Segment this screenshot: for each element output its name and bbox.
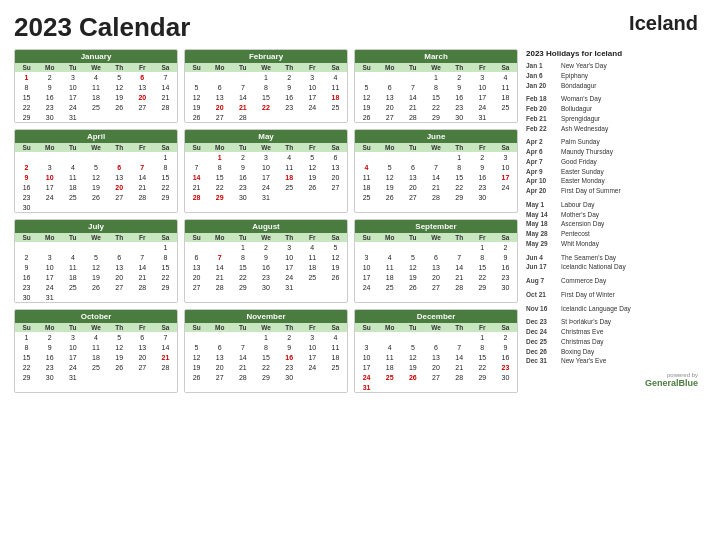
day-headers-june: SuMoTuWeThFrSa — [355, 143, 517, 152]
holiday-entry: Jun 17Icelandic National Day — [526, 262, 698, 272]
day: 28 — [154, 102, 177, 112]
day: 8 — [15, 82, 38, 92]
day: 12 — [108, 82, 131, 92]
month-may: May SuMoTuWeThFrSa -123456 78910111213 1… — [184, 129, 348, 213]
holiday-name: Epiphany — [561, 71, 588, 81]
month-header-july: July — [15, 220, 177, 233]
holidays-list: Jan 1New Year's DayJan 6EpiphanyJan 20Bó… — [526, 61, 698, 366]
holiday-date: Dec 25 — [526, 337, 558, 347]
holiday-entry: Apr 20First Day of Summer — [526, 186, 698, 196]
holiday-entry: Dec 23St Þorlákur's Day — [526, 317, 698, 327]
day: 9 — [38, 82, 61, 92]
day: 1 — [15, 72, 38, 82]
dh-mo: Mo — [38, 63, 61, 72]
month-header-april: April — [15, 130, 177, 143]
holiday-date: Jun 17 — [526, 262, 558, 272]
month-july: July SuMoTuWeThFrSa ------1 2345678 9101… — [14, 219, 178, 303]
holiday-date: Apr 10 — [526, 176, 558, 186]
month-header-march: March — [355, 50, 517, 63]
page-title: 2023 Calendar — [14, 12, 190, 43]
day-headers-july: SuMoTuWeThFrSa — [15, 233, 177, 242]
holiday-entry: Oct 21First Day of Winter — [526, 290, 698, 300]
day: 10 — [61, 82, 84, 92]
holiday-date: Jan 6 — [526, 71, 558, 81]
holiday-name: Pentecost — [561, 229, 590, 239]
days-grid-december: -----12 3456789 10111213141516 171819202… — [355, 332, 517, 392]
day: 27 — [131, 102, 154, 112]
holiday-name: Bolludagur — [561, 104, 592, 114]
day: 25 — [84, 102, 107, 112]
month-october: October SuMoTuWeThFrSa 1234567 891011121… — [14, 309, 178, 393]
day: 5 — [108, 72, 131, 82]
day: - — [131, 112, 154, 122]
calendars-grid: January SuMoTuWeThFrSa 1234567 891011121… — [14, 49, 518, 393]
holiday-name: Icelandic National Day — [561, 262, 626, 272]
holiday-entry: Feb 18Woman's Day — [526, 94, 698, 104]
day: 14 — [154, 82, 177, 92]
holiday-entry: Apr 2Palm Sunday — [526, 137, 698, 147]
day: 23 — [38, 102, 61, 112]
holiday-date: Aug 7 — [526, 276, 558, 286]
holiday-date: Feb 18 — [526, 94, 558, 104]
day-headers-april: SuMoTuWeThFrSa — [15, 143, 177, 152]
holiday-date: Apr 20 — [526, 186, 558, 196]
holiday-entry: Apr 9Easter Sunday — [526, 167, 698, 177]
month-header-june: June — [355, 130, 517, 143]
month-august: August SuMoTuWeThFrSa --12345 6789101112… — [184, 219, 348, 303]
holiday-entry: Jan 6Epiphany — [526, 71, 698, 81]
holiday-entry: Apr 6Maundy Thursday — [526, 147, 698, 157]
holiday-name: Boxing Day — [561, 347, 594, 357]
holiday-entry: Nov 16Icelandic Language Day — [526, 304, 698, 314]
days-grid-october: 1234567 891011121314 15161718192021 2223… — [15, 332, 177, 382]
dh-sa: Sa — [154, 63, 177, 72]
month-header-january: January — [15, 50, 177, 63]
holiday-date: May 1 — [526, 200, 558, 210]
month-february: February SuMoTuWeThFrSa ---1234 56789101… — [184, 49, 348, 123]
holiday-name: Woman's Day — [561, 94, 601, 104]
day: 18 — [84, 92, 107, 102]
holiday-entry: Feb 22Ash Wednesday — [526, 124, 698, 134]
holiday-name: New Year's Day — [561, 61, 607, 71]
holiday-entry: Dec 25Christmas Day — [526, 337, 698, 347]
holiday-name: Icelandic Language Day — [561, 304, 631, 314]
holiday-date: Apr 7 — [526, 157, 558, 167]
holiday-name: The Seamen's Day — [561, 253, 616, 263]
holiday-date: Dec 26 — [526, 347, 558, 357]
dh-tu: Tu — [61, 63, 84, 72]
holiday-date: Dec 24 — [526, 327, 558, 337]
holiday-name: Sprengidagur — [561, 114, 600, 124]
holiday-date: Feb 22 — [526, 124, 558, 134]
day: 31 — [61, 112, 84, 122]
day-headers-february: SuMoTuWeThFrSa — [185, 63, 347, 72]
day: 26 — [108, 102, 131, 112]
day-headers-august: SuMoTuWeThFrSa — [185, 233, 347, 242]
holiday-name: Good Friday — [561, 157, 597, 167]
holiday-date: Jun 4 — [526, 253, 558, 263]
holiday-entry: Dec 26Boxing Day — [526, 347, 698, 357]
day: 2 — [38, 72, 61, 82]
day: 7 — [154, 72, 177, 82]
month-september: September SuMoTuWeThFrSa -----12 3456789… — [354, 219, 518, 303]
holiday-date: Oct 21 — [526, 290, 558, 300]
holiday-entry: Aug 7Commerce Day — [526, 276, 698, 286]
day: 3 — [61, 72, 84, 82]
holiday-name: Commerce Day — [561, 276, 606, 286]
day: 15 — [15, 92, 38, 102]
holiday-entry: Feb 21Sprengidagur — [526, 114, 698, 124]
day: 20 — [131, 92, 154, 102]
month-january: January SuMoTuWeThFrSa 1234567 891011121… — [14, 49, 178, 123]
holiday-entry: May 14Mother's Day — [526, 210, 698, 220]
days-grid-september: -----12 3456789 10111213141516 171819202… — [355, 242, 517, 292]
holiday-name: Ash Wednesday — [561, 124, 608, 134]
day: 16 — [38, 92, 61, 102]
day: 19 — [108, 92, 131, 102]
holiday-entry: May 29Whit Monday — [526, 239, 698, 249]
holiday-date: May 14 — [526, 210, 558, 220]
month-november: November SuMoTuWeThFrSa ---1234 56789101… — [184, 309, 348, 393]
month-header-december: December — [355, 310, 517, 323]
month-header-november: November — [185, 310, 347, 323]
holiday-name: Ascension Day — [561, 219, 604, 229]
month-december: December SuMoTuWeThFrSa -----12 3456789 … — [354, 309, 518, 393]
day: 24 — [61, 102, 84, 112]
days-grid-april: ------1 2345678 9101112131415 1617181920… — [15, 152, 177, 212]
